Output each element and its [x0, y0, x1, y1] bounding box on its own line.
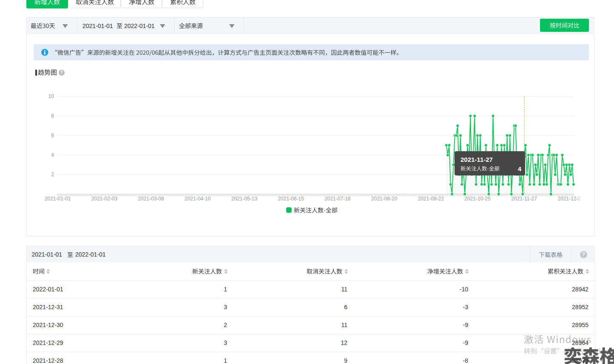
svg-text:4: 4 [51, 152, 54, 158]
svg-text:2021-10-25: 2021-10-25 [464, 196, 491, 202]
svg-text:2021-02-03: 2021-02-03 [91, 196, 118, 202]
svg-text:8: 8 [51, 113, 54, 119]
svg-text:2021-11-27: 2021-11-27 [511, 196, 537, 202]
svg-text:2021-07-18: 2021-07-18 [324, 196, 351, 202]
svg-text:2: 2 [51, 172, 54, 178]
svg-text:2021-03-08: 2021-03-08 [138, 196, 164, 202]
svg-text:2021-05-13: 2021-05-13 [231, 196, 258, 202]
svg-text:2021-04-10: 2021-04-10 [185, 196, 211, 202]
svg-text:2021-09-22: 2021-09-22 [418, 196, 444, 202]
svg-text:2021-06-15: 2021-06-15 [278, 196, 304, 202]
svg-text:10: 10 [48, 93, 54, 99]
svg-text:2021-01-01: 2021-01-01 [45, 196, 71, 202]
svg-text:6: 6 [51, 133, 54, 138]
svg-text:2021-12-30: 2021-12-30 [558, 196, 580, 202]
svg-text:2021-08-20: 2021-08-20 [371, 196, 398, 202]
